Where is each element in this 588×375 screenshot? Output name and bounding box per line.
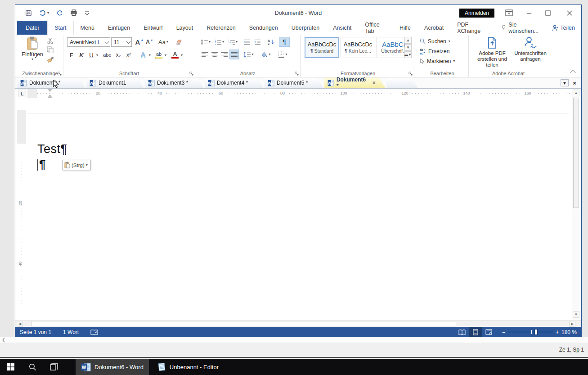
multilevel-list-button[interactable]: 1ai▾	[227, 37, 239, 47]
request-signatures-button[interactable]: Unterschriften anfragen	[514, 36, 547, 62]
clear-formatting-icon[interactable]	[174, 37, 185, 47]
align-center-icon[interactable]	[210, 50, 219, 59]
scroll-down-icon[interactable]: ▼	[573, 311, 579, 318]
word-count[interactable]: 1 Wort	[63, 329, 79, 335]
copy-icon[interactable]	[47, 46, 54, 53]
tab-einfuegen[interactable]: Einfügen	[101, 21, 137, 35]
paste-options-dropdown-icon[interactable]: ▾	[86, 163, 88, 167]
clipboard-dialog-launcher-icon[interactable]	[58, 72, 62, 76]
increase-indent-icon[interactable]	[252, 37, 263, 47]
tab-ansicht[interactable]: Ansicht	[326, 21, 358, 35]
hanging-indent-marker[interactable]	[48, 95, 52, 98]
horizontal-ruler[interactable]: 20 40 60 80 100 120 140 160	[27, 89, 572, 98]
paste-dropdown-icon[interactable]: ▾	[21, 58, 44, 61]
sort-icon[interactable]: AZ	[265, 37, 276, 47]
font-color-button[interactable]: A	[170, 50, 180, 60]
text-effects-button[interactable]: A	[138, 50, 148, 60]
show-formatting-marks-button[interactable]: ¶	[279, 37, 290, 47]
styles-up-icon[interactable]: ▲	[404, 37, 412, 44]
start-button[interactable]	[0, 359, 22, 375]
find-button[interactable]: Suchen▾	[420, 37, 450, 45]
print-layout-icon[interactable]	[469, 327, 482, 337]
proofing-icon[interactable]	[90, 329, 98, 335]
tab-ueberpruefen[interactable]: Überprüfen	[285, 21, 327, 35]
tab-sendungen[interactable]: Sendungen	[242, 21, 285, 35]
tab-office-tab[interactable]: Office Tab	[358, 21, 393, 35]
doc-tab-dokument4[interactable]: W Dokument4 *	[205, 77, 264, 88]
zoom-out-icon[interactable]: −	[502, 329, 505, 335]
tab-entwurf[interactable]: Entwurf	[137, 21, 169, 35]
tab-list-dropdown-icon[interactable]: ▼	[561, 79, 569, 86]
cut-icon[interactable]	[47, 37, 54, 44]
horizontal-scrollbar[interactable]: ◀ ▶	[15, 320, 581, 327]
highlight-dropdown-icon[interactable]: ▾	[165, 54, 166, 57]
web-layout-icon[interactable]	[482, 327, 496, 337]
doc-tab-dokument6-active[interactable]: W Dokument6 * ×	[324, 77, 386, 88]
paste-button[interactable]: Einfügen ▾	[21, 36, 44, 61]
font-name-combobox[interactable]: AvenirNext L	[67, 37, 110, 47]
font-size-combobox[interactable]: 11	[111, 37, 132, 47]
italic-button[interactable]: K	[77, 50, 86, 60]
shading-button[interactable]: ▾	[259, 50, 272, 59]
tab-referenzen[interactable]: Referenzen	[200, 21, 242, 35]
doc-tab-dokument1[interactable]: W Dokument1	[86, 77, 144, 88]
zoom-slider-handle[interactable]	[534, 329, 538, 335]
notepad-scroll-left-icon[interactable]: ❮	[2, 337, 5, 342]
decrease-indent-icon[interactable]	[242, 37, 252, 47]
change-case-button[interactable]: Aa▾	[157, 37, 170, 47]
borders-button[interactable]: ▾	[276, 50, 289, 59]
ribbon-display-options-icon[interactable]	[505, 9, 513, 16]
style-standard[interactable]: AaBbCcDc ¶ Standard	[305, 37, 339, 58]
styles-more-icon[interactable]: ▬▼	[404, 51, 412, 58]
vertical-scroll-thumb[interactable]	[573, 98, 579, 208]
chevron-down-icon[interactable]	[126, 39, 131, 44]
tab-datei[interactable]: Datei	[17, 21, 47, 35]
create-pdf-button[interactable]: Adobe PDF erstellen und teilen	[471, 36, 514, 68]
align-right-icon[interactable]	[220, 50, 229, 59]
highlight-button[interactable]: ab	[153, 50, 164, 60]
minimize-button[interactable]: ─	[524, 9, 534, 17]
superscript-button[interactable]: x²	[124, 50, 134, 60]
tab-close-icon[interactable]: ×	[373, 80, 376, 86]
paste-options-button[interactable]: (Strg) ▾	[62, 160, 90, 170]
styles-down-icon[interactable]: ▼	[404, 44, 412, 51]
doc-tab-new[interactable]	[386, 77, 418, 88]
doc-tab-dokument5[interactable]: W Dokument5 *	[265, 77, 323, 88]
font-dialog-launcher-icon[interactable]	[189, 72, 193, 76]
collapse-ribbon-icon[interactable]	[570, 70, 576, 76]
align-left-icon[interactable]	[200, 50, 209, 59]
style-kein-leerraum[interactable]: AaBbCcDc ¶ Kein Lee...	[341, 37, 375, 58]
scroll-left-icon[interactable]: ◀	[17, 321, 23, 327]
zoom-in-icon[interactable]: +	[556, 329, 559, 335]
document-text-line1[interactable]: Test¶	[37, 142, 67, 156]
vertical-scrollbar[interactable]: ▲ ▼	[572, 89, 579, 320]
bullets-button[interactable]: ▾	[200, 37, 212, 47]
task-view-button[interactable]	[43, 359, 65, 375]
numbering-button[interactable]: 123▾	[213, 37, 225, 47]
page-indicator[interactable]: Seite 1 von 1	[20, 329, 51, 335]
doc-tab-dokument2[interactable]: W Dokument2 *	[17, 77, 85, 88]
line-spacing-button[interactable]: ▾	[242, 50, 255, 59]
tell-me-box[interactable]: Sie wünschen...	[497, 21, 546, 35]
underline-button[interactable]: U	[87, 50, 96, 60]
format-painter-icon[interactable]	[47, 55, 54, 63]
bold-button[interactable]: F	[67, 50, 76, 60]
taskbar-word-button[interactable]: W Dokument6 - Word	[76, 359, 149, 375]
chevron-down-icon[interactable]	[105, 39, 109, 44]
text-effects-dropdown-icon[interactable]: ▾	[149, 54, 151, 57]
zoom-slider[interactable]	[508, 327, 553, 337]
subscript-button[interactable]: x₂	[113, 50, 123, 60]
read-mode-icon[interactable]	[455, 327, 469, 337]
close-button[interactable]	[567, 10, 578, 16]
replace-button[interactable]: abac Ersetzen	[420, 47, 449, 55]
horizontal-scroll-thumb[interactable]	[31, 321, 456, 326]
tab-bar-close-icon[interactable]: ×	[570, 79, 579, 86]
grow-font-button[interactable]: A▲	[135, 37, 144, 47]
document-area[interactable]: 20 40 Test¶ ¶ (Strg) ▾	[15, 98, 581, 320]
strikethrough-button[interactable]: abc	[101, 50, 113, 60]
font-color-dropdown-icon[interactable]: ▾	[181, 54, 183, 57]
taskbar-search-button[interactable]	[22, 359, 43, 375]
tab-pdf-xchange[interactable]: PDF-XChange	[450, 21, 494, 35]
tab-menue[interactable]: Menü	[74, 21, 101, 35]
doc-tab-dokument3[interactable]: W Dokument3 *	[145, 77, 204, 88]
